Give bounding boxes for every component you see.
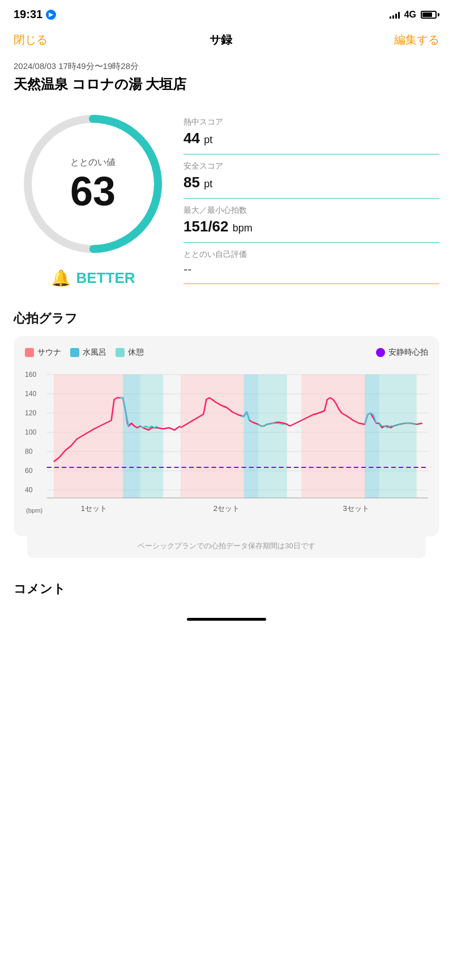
stat-item-heat: 熱中スコア 44 pt bbox=[183, 110, 439, 154]
svg-text:140: 140 bbox=[25, 390, 37, 398]
chart-legend: サウナ 水風呂 休憩 安静時心拍 bbox=[25, 347, 428, 358]
time-display: 19:31 bbox=[14, 8, 42, 21]
stat-value-safety: 85 pt bbox=[183, 174, 439, 191]
home-bar bbox=[187, 618, 266, 621]
location-icon: ▶ bbox=[46, 10, 56, 20]
status-bar: 19:31 ▶ 4G bbox=[0, 0, 453, 25]
rest-bg-1 bbox=[140, 375, 163, 498]
svg-text:(bpm): (bpm) bbox=[26, 507, 42, 514]
session-date-time: 2024/08/03 17時49分〜19時28分 bbox=[14, 61, 439, 72]
circle-value: 63 bbox=[70, 171, 116, 212]
home-indicator bbox=[0, 607, 453, 626]
svg-text:1セット: 1セット bbox=[81, 504, 108, 513]
svg-text:100: 100 bbox=[25, 428, 37, 436]
stat-label-heartrate: 最大／最小心拍数 bbox=[183, 205, 439, 216]
data-retention-note: ベーシックプランでの心拍データ保存期間は30日です bbox=[27, 534, 426, 558]
graph-section: 心拍グラフ サウナ 水風呂 休憩 安静時心拍 bbox=[0, 310, 453, 569]
waterbath-bg-2 bbox=[244, 375, 258, 498]
stat-label-heat: 熱中スコア bbox=[183, 117, 439, 127]
edit-button[interactable]: 編集する bbox=[394, 32, 439, 48]
svg-text:120: 120 bbox=[25, 409, 37, 417]
bell-icon: 🔔 bbox=[51, 269, 71, 287]
svg-text:60: 60 bbox=[25, 467, 33, 475]
stat-label-safety: 安全スコア bbox=[183, 161, 439, 171]
chart-svg: 160 140 120 100 80 60 40 (bpm) bbox=[25, 367, 428, 525]
legend-resting-hr: 安静時心拍 bbox=[376, 347, 428, 358]
legend-label-resting-hr: 安静時心拍 bbox=[388, 347, 428, 358]
legend-sauna: サウナ bbox=[25, 347, 61, 358]
network-type: 4G bbox=[404, 10, 416, 20]
signal-bar-1 bbox=[390, 16, 391, 19]
legend-dot-sauna bbox=[25, 348, 34, 357]
legend-dot-resting-hr bbox=[376, 348, 385, 357]
heart-rate-chart: 160 140 120 100 80 60 40 (bpm) bbox=[25, 367, 428, 525]
signal-bar-4 bbox=[398, 12, 400, 19]
sauna-bg-3 bbox=[301, 375, 365, 498]
svg-text:3セット: 3セット bbox=[343, 504, 370, 513]
stat-value-heartrate: 151/62 bpm bbox=[183, 218, 439, 235]
stats-panel: 熱中スコア 44 pt 安全スコア 85 pt 最大／最小心拍数 151/62 … bbox=[183, 105, 439, 284]
nav-bar: 閉じる サ録 編集する bbox=[0, 25, 453, 57]
battery-tip bbox=[438, 13, 439, 16]
comments-title: コメント bbox=[14, 581, 439, 598]
battery-fill bbox=[422, 12, 432, 17]
graph-card: サウナ 水風呂 休憩 安静時心拍 160 140 120 100 bbox=[14, 336, 439, 536]
signal-bar-2 bbox=[392, 15, 394, 19]
svg-text:160: 160 bbox=[25, 371, 37, 379]
venue-name: 天然温泉 コロナの湯 大垣店 bbox=[14, 75, 439, 93]
status-right-area: 4G bbox=[390, 10, 439, 20]
score-circle: ととのい値 63 bbox=[14, 105, 172, 263]
circle-center: ととのい値 63 bbox=[70, 157, 116, 212]
sauna-bg-2 bbox=[181, 375, 244, 498]
battery-icon bbox=[421, 11, 439, 19]
stat-item-safety: 安全スコア 85 pt bbox=[183, 154, 439, 199]
legend-label-sauna: サウナ bbox=[37, 347, 61, 358]
svg-text:40: 40 bbox=[25, 486, 33, 494]
legend-rest: 休憩 bbox=[116, 347, 144, 358]
battery-body bbox=[421, 11, 437, 19]
sauna-bg-1 bbox=[54, 375, 123, 498]
legend-label-water: 水風呂 bbox=[83, 347, 106, 358]
header-info: 2024/08/03 17時49分〜19時28分 天然温泉 コロナの湯 大垣店 bbox=[0, 57, 453, 105]
graph-section-title: 心拍グラフ bbox=[14, 310, 439, 327]
status-time-area: 19:31 ▶ bbox=[14, 8, 56, 21]
better-badge: 🔔 BETTER bbox=[51, 269, 135, 293]
better-label: BETTER bbox=[76, 269, 135, 287]
waterbath-bg-3 bbox=[365, 375, 379, 498]
signal-bar-3 bbox=[395, 14, 397, 19]
rest-bg-3 bbox=[379, 375, 417, 498]
circle-left-section: ととのい値 63 🔔 BETTER bbox=[14, 105, 172, 293]
signal-bars bbox=[390, 11, 400, 19]
legend-dot-water bbox=[70, 348, 79, 357]
stat-value-self-eval: -- bbox=[183, 262, 439, 277]
circle-label: ととのい値 bbox=[70, 157, 116, 169]
stat-item-self-eval: ととのい自己評価 -- bbox=[183, 243, 439, 284]
comments-section: コメント bbox=[0, 569, 453, 598]
stat-value-heat: 44 pt bbox=[183, 130, 439, 147]
legend-dot-rest bbox=[116, 348, 125, 357]
score-section: ととのい値 63 🔔 BETTER 熱中スコア 44 pt 安全スコア 85 p… bbox=[0, 105, 453, 310]
rest-bg-2 bbox=[258, 375, 287, 498]
svg-text:80: 80 bbox=[25, 448, 33, 455]
close-button[interactable]: 閉じる bbox=[14, 32, 48, 48]
svg-text:2セット: 2セット bbox=[213, 504, 240, 513]
stat-label-self-eval: ととのい自己評価 bbox=[183, 250, 439, 260]
stat-item-heartrate: 最大／最小心拍数 151/62 bpm bbox=[183, 199, 439, 243]
waterbath-bg-1 bbox=[123, 375, 140, 498]
legend-water: 水風呂 bbox=[70, 347, 106, 358]
legend-label-rest: 休憩 bbox=[128, 347, 144, 358]
page-title: サ録 bbox=[210, 32, 232, 48]
